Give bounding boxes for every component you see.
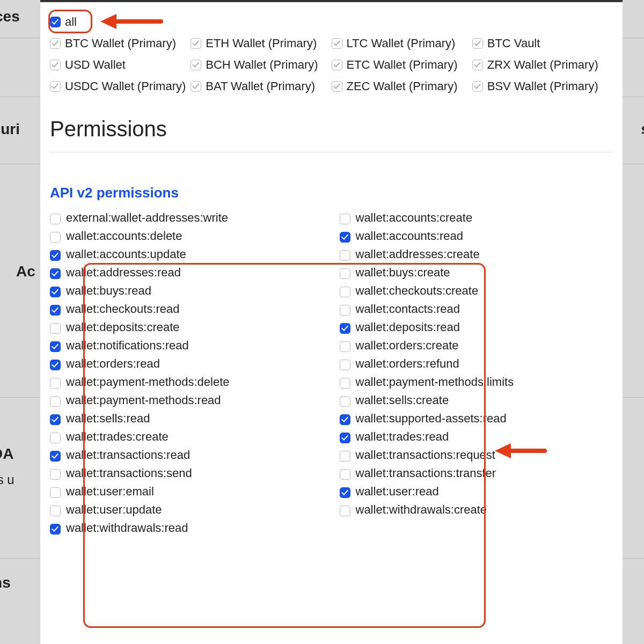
- checkbox[interactable]: [50, 414, 61, 425]
- checkbox[interactable]: [332, 38, 342, 49]
- checkbox[interactable]: [50, 38, 61, 49]
- checkbox[interactable]: [340, 451, 350, 462]
- permission-item[interactable]: wallet:user:update: [50, 503, 324, 517]
- checkbox[interactable]: [191, 81, 201, 92]
- checkbox[interactable]: [472, 38, 483, 49]
- permission-item[interactable]: wallet:deposits:read: [340, 320, 613, 334]
- checkbox[interactable]: [340, 268, 350, 279]
- checkbox[interactable]: [50, 360, 61, 370]
- permission-item[interactable]: wallet:buys:read: [50, 284, 324, 298]
- permission-item[interactable]: wallet:orders:refund: [340, 357, 613, 371]
- checkbox[interactable]: [50, 506, 61, 516]
- checkbox[interactable]: [340, 360, 350, 370]
- wallet-all-item[interactable]: all: [50, 13, 613, 31]
- checkbox[interactable]: [340, 305, 350, 316]
- checkbox[interactable]: [340, 341, 350, 352]
- wallet-label: ZEC Wallet (Primary): [347, 79, 458, 93]
- wallet-item[interactable]: BTC Vault: [472, 34, 613, 53]
- wallet-item[interactable]: USD Wallet: [50, 56, 191, 74]
- permission-item[interactable]: wallet:orders:create: [340, 339, 613, 353]
- checkbox[interactable]: [50, 323, 61, 334]
- wallet-item[interactable]: LTC Wallet (Primary): [332, 34, 472, 53]
- checkbox[interactable]: [50, 81, 61, 92]
- permission-item[interactable]: wallet:trades:create: [50, 430, 324, 444]
- checkbox[interactable]: [340, 487, 350, 498]
- checkbox[interactable]: [472, 60, 483, 70]
- checkbox[interactable]: [340, 250, 350, 261]
- checkbox[interactable]: [340, 396, 350, 407]
- checkbox[interactable]: [191, 38, 201, 49]
- checkbox[interactable]: [50, 250, 61, 261]
- permission-item[interactable]: wallet:checkouts:create: [340, 284, 613, 298]
- permission-item[interactable]: wallet:payment-methods:limits: [340, 375, 613, 389]
- checkbox[interactable]: [340, 287, 350, 297]
- wallet-item[interactable]: ZEC Wallet (Primary): [332, 77, 472, 96]
- permission-label: wallet:withdrawals:read: [66, 521, 188, 535]
- permission-item[interactable]: wallet:transactions:transfer: [340, 466, 613, 480]
- checkbox[interactable]: [340, 433, 350, 443]
- permission-item[interactable]: wallet:transactions:request: [340, 448, 613, 462]
- permission-item[interactable]: wallet:payment-methods:read: [50, 393, 324, 407]
- checkbox[interactable]: [332, 60, 342, 70]
- checkbox[interactable]: [340, 323, 350, 334]
- checkbox[interactable]: [50, 341, 61, 352]
- checkbox[interactable]: [332, 81, 342, 92]
- wallet-item[interactable]: ETH Wallet (Primary): [191, 34, 331, 53]
- permission-item[interactable]: wallet:user:read: [340, 485, 613, 499]
- checkbox-all[interactable]: [50, 17, 61, 27]
- checkbox[interactable]: [50, 60, 61, 70]
- checkbox[interactable]: [50, 378, 61, 389]
- checkbox[interactable]: [50, 451, 61, 462]
- checkbox[interactable]: [50, 433, 61, 443]
- checkbox[interactable]: [472, 81, 483, 92]
- checkbox[interactable]: [191, 60, 201, 70]
- permission-item[interactable]: wallet:withdrawals:read: [50, 521, 324, 535]
- checkbox[interactable]: [50, 214, 61, 224]
- wallet-item[interactable]: ETC Wallet (Primary): [332, 56, 472, 74]
- checkbox[interactable]: [50, 469, 61, 480]
- permission-item[interactable]: wallet:addresses:read: [50, 266, 324, 280]
- permission-item[interactable]: wallet:accounts:create: [340, 211, 613, 225]
- wallet-item[interactable]: BCH Wallet (Primary): [191, 56, 331, 74]
- checkbox[interactable]: [50, 396, 61, 407]
- permission-item[interactable]: wallet:notifications:read: [50, 339, 324, 353]
- wallet-item[interactable]: ZRX Wallet (Primary): [472, 56, 613, 74]
- checkbox[interactable]: [340, 214, 350, 224]
- checkbox[interactable]: [340, 506, 350, 516]
- checkbox[interactable]: [340, 469, 350, 480]
- permission-item[interactable]: wallet:orders:read: [50, 357, 324, 371]
- checkbox[interactable]: [340, 414, 350, 425]
- permission-item[interactable]: wallet:sells:create: [340, 393, 613, 407]
- permission-item[interactable]: wallet:addresses:create: [340, 247, 613, 261]
- permission-item[interactable]: wallet:user:email: [50, 485, 324, 499]
- permission-item[interactable]: wallet:buys:create: [340, 266, 613, 280]
- wallet-item[interactable]: BSV Wallet (Primary): [472, 77, 613, 96]
- permission-item[interactable]: wallet:accounts:read: [340, 229, 613, 243]
- wallet-item[interactable]: USDC Wallet (Primary): [50, 77, 191, 96]
- checkbox[interactable]: [50, 268, 61, 279]
- permission-item[interactable]: external:wallet-addresses:write: [50, 211, 324, 225]
- permission-item[interactable]: wallet:trades:read: [340, 430, 613, 444]
- api-v2-permissions-header[interactable]: API v2 permissions: [50, 185, 613, 201]
- checkbox[interactable]: [340, 378, 350, 389]
- permission-item[interactable]: wallet:checkouts:read: [50, 302, 324, 316]
- permission-item[interactable]: wallet:deposits:create: [50, 320, 324, 334]
- bg-text: ons: [0, 574, 11, 591]
- checkbox[interactable]: [50, 305, 61, 316]
- permission-item[interactable]: wallet:transactions:read: [50, 448, 324, 462]
- wallet-item[interactable]: BAT Wallet (Primary): [191, 77, 331, 96]
- permission-item[interactable]: wallet:transactions:send: [50, 466, 324, 480]
- checkbox[interactable]: [50, 487, 61, 498]
- permission-item[interactable]: wallet:accounts:delete: [50, 229, 324, 243]
- checkbox[interactable]: [50, 524, 61, 535]
- wallet-item[interactable]: BTC Wallet (Primary): [50, 34, 191, 53]
- checkbox[interactable]: [50, 287, 61, 297]
- permission-item[interactable]: wallet:sells:read: [50, 412, 324, 426]
- checkbox[interactable]: [340, 232, 350, 243]
- permission-item[interactable]: wallet:withdrawals:create: [340, 503, 613, 517]
- permission-item[interactable]: wallet:supported-assets:read: [340, 412, 613, 426]
- permission-item[interactable]: wallet:payment-methods:delete: [50, 375, 324, 389]
- permission-item[interactable]: wallet:contacts:read: [340, 302, 613, 316]
- permission-item[interactable]: wallet:accounts:update: [50, 247, 324, 261]
- checkbox[interactable]: [50, 232, 61, 243]
